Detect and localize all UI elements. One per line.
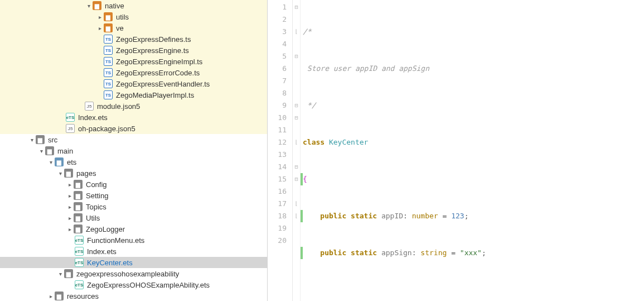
tree-folder-resources[interactable]: ▸ ▆ resources <box>0 290 267 301</box>
code-line[interactable]: /* <box>301 26 644 38</box>
line-number-gutter[interactable]: 1 2 3 4 5 6 7 8 9 10 11 12 13 14 15 16 1… <box>268 0 293 301</box>
tree-label: ZegoExpressDefines.ts <box>115 35 191 44</box>
tree-label: ZegoExpressEventHandler.ts <box>115 80 210 88</box>
line-number[interactable]: 19 <box>268 222 292 235</box>
fold-marker-open[interactable]: ⊟ <box>293 161 300 173</box>
tree-file-modulejson[interactable]: J5 module.json5 <box>0 101 267 112</box>
tree-file-ohpkg[interactable]: J5 oh-package.json5 <box>0 123 267 134</box>
tree-folder-config[interactable]: ▸ ▆ Config <box>0 179 267 190</box>
tree-label: Index.ets <box>86 247 117 256</box>
tree-file-eventhandler[interactable]: TS ZegoExpressEventHandler.ts <box>0 78 267 89</box>
tree-file-index[interactable]: eTS Index.ets <box>0 112 267 123</box>
tree-folder-utils[interactable]: ▸ ▆ utils <box>0 11 267 22</box>
fold-marker-close[interactable]: ⌊ <box>293 210 300 222</box>
fold-marker-open[interactable]: ⊟ <box>293 99 300 112</box>
project-tree-panel[interactable]: ▾ ▆ native ▸ ▆ utils ▸ ▆ ve TS ZegoExpre… <box>0 0 267 301</box>
code-line[interactable]: public static appSign: string = "xxx"; <box>301 247 644 259</box>
fold-marker-open[interactable]: ⊟ <box>293 1 300 13</box>
code-line[interactable]: public static appID: number = 123; <box>301 210 644 222</box>
line-number[interactable]: 6 <box>268 63 292 75</box>
tree-file-mediaplayer[interactable]: TS ZegoMediaPlayerImpl.ts <box>0 89 267 101</box>
line-number[interactable]: 10 <box>268 112 292 124</box>
tree-label: ZegoExpressErrorCode.ts <box>115 69 200 77</box>
tree-label: Index.ets <box>77 113 108 122</box>
folder-icon: ▆ <box>36 135 45 144</box>
tree-file-ability[interactable]: eTS ZegoExpressOHOSExampleAbility.ets <box>0 279 267 290</box>
tree-label: Setting <box>85 192 108 200</box>
line-number[interactable]: 3 <box>268 26 292 38</box>
tree-file-errorcode[interactable]: TS ZegoExpressErrorCode.ts <box>0 67 267 78</box>
tree-file-keycenter[interactable]: eTS KeyCenter.ets <box>0 257 267 268</box>
folder-icon: ▆ <box>104 23 113 32</box>
tree-highlighted-region: ▾ ▆ native ▸ ▆ utils ▸ ▆ ve TS ZegoExpre… <box>0 0 267 134</box>
tree-file-funcmenu[interactable]: eTS FunctionMenu.ets <box>0 235 267 246</box>
fold-marker-close[interactable]: ⌊ <box>293 26 300 38</box>
code-editor[interactable]: /* Store user appID and appSign */ class… <box>301 0 644 301</box>
tree-folder-zegologger[interactable]: ▸ ▆ ZegoLogger <box>0 223 267 235</box>
tree-file-index2[interactable]: eTS Index.ets <box>0 246 267 257</box>
tree-label: Topics <box>85 203 106 211</box>
tree-label: Utils <box>85 214 100 222</box>
chevron-down-icon: ▾ <box>37 148 45 154</box>
ets-file-icon: eTS <box>66 113 75 122</box>
line-number[interactable]: 9 <box>268 99 292 112</box>
code-line[interactable]: { <box>301 173 644 185</box>
tree-folder-native[interactable]: ▾ ▆ native <box>0 0 267 11</box>
ets-file-icon: eTS <box>75 258 84 267</box>
line-number[interactable]: 18 <box>268 210 292 222</box>
line-number[interactable]: 4 <box>268 38 292 50</box>
tree-file-engineimpl[interactable]: TS ZegoExpressEngineImpl.ts <box>0 56 267 67</box>
fold-marker-open[interactable]: ⊟ <box>293 173 300 185</box>
fold-marker-close[interactable]: ⌊ <box>293 198 300 210</box>
tree-label: resources <box>66 292 99 300</box>
line-number[interactable]: 5 <box>268 50 292 63</box>
tree-label: module.json5 <box>96 102 140 111</box>
fold-marker-open[interactable]: ⊟ <box>293 112 300 124</box>
tree-folder-setting[interactable]: ▸ ▆ Setting <box>0 190 267 201</box>
fold-marker-open[interactable]: ⊟ <box>293 50 300 63</box>
ts-file-icon: TS <box>104 46 113 55</box>
folder-icon: ▆ <box>74 202 83 211</box>
tree-label: ZegoExpressOHOSExampleAbility.ets <box>86 281 210 289</box>
tree-label: ZegoExpressEngineImpl.ts <box>115 58 202 66</box>
code-line[interactable]: */ <box>301 99 644 112</box>
line-number[interactable]: 20 <box>268 235 292 247</box>
line-number[interactable]: 8 <box>268 87 292 99</box>
fold-column[interactable]: ⊟ ⌊ ⊟ ⊟ ⊟ ⌊ ⊟ ⊟ ⌊ ⌊ <box>293 0 301 301</box>
change-marker <box>301 247 303 259</box>
tree-folder-pages[interactable]: ▾ ▆ pages <box>0 168 267 179</box>
tree-folder-ets[interactable]: ▾ ▆ ets <box>0 156 267 168</box>
ets-file-icon: eTS <box>75 247 84 256</box>
line-number[interactable]: 12 <box>268 136 292 149</box>
line-number[interactable]: 16 <box>268 185 292 198</box>
code-line[interactable] <box>301 284 644 296</box>
tree-label: ZegoExpressEngine.ts <box>115 46 189 55</box>
line-number[interactable]: 1 <box>268 1 292 13</box>
ts-file-icon: TS <box>104 57 113 66</box>
line-number[interactable]: 14 <box>268 161 292 173</box>
change-marker <box>301 210 303 222</box>
line-number[interactable]: 2 <box>268 13 292 26</box>
folder-icon: ▆ <box>93 1 101 10</box>
line-number[interactable]: 17 <box>268 198 292 210</box>
tree-folder-main[interactable]: ▾ ▆ main <box>0 145 267 156</box>
ts-file-icon: TS <box>104 79 113 88</box>
tree-folder-ability[interactable]: ▾ ▆ zegoexpressohosexampleability <box>0 268 267 279</box>
fold-marker-close[interactable]: ⌊ <box>293 136 300 149</box>
line-number[interactable]: 15 <box>268 173 292 185</box>
folder-icon: ▆ <box>74 180 83 189</box>
tree-folder-src[interactable]: ▾ ▆ src <box>0 134 267 145</box>
line-number[interactable]: 7 <box>268 75 292 87</box>
code-line[interactable]: class KeyCenter <box>301 136 644 149</box>
line-number[interactable]: 11 <box>268 124 292 136</box>
chevron-right-icon: ▸ <box>66 181 74 188</box>
tree-file-engine[interactable]: TS ZegoExpressEngine.ts <box>0 45 267 56</box>
tree-folder-topics[interactable]: ▸ ▆ Topics <box>0 201 267 212</box>
tree-folder-utils2[interactable]: ▸ ▆ Utils <box>0 212 267 223</box>
code-line[interactable]: Store user appID and appSign <box>301 63 644 75</box>
tree-file-defines[interactable]: TS ZegoExpressDefines.ts <box>0 34 267 45</box>
tree-label: src <box>47 136 57 144</box>
tree-folder-ve[interactable]: ▸ ▆ ve <box>0 22 267 34</box>
line-number[interactable]: 13 <box>268 149 292 161</box>
tree-label: oh-package.json5 <box>77 125 135 133</box>
